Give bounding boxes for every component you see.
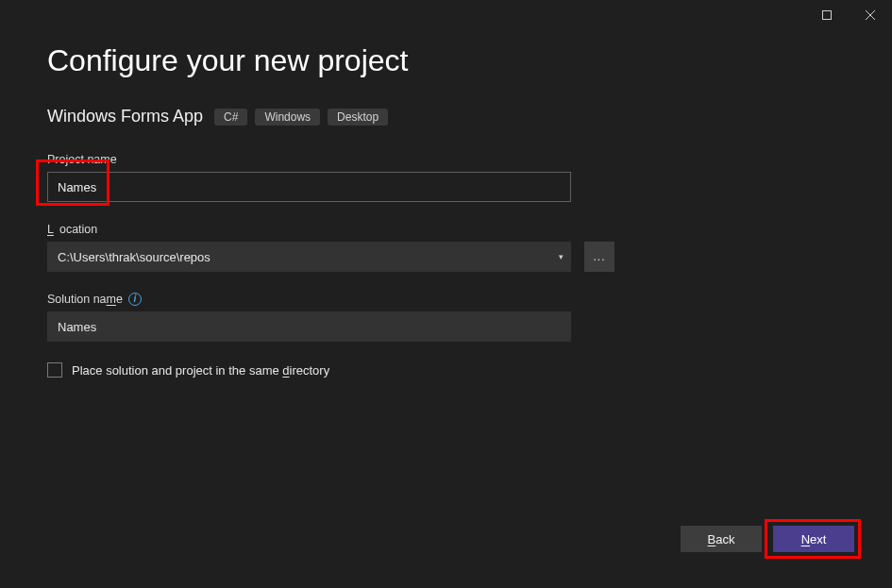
- location-label: Location: [47, 223, 845, 236]
- same-directory-checkbox[interactable]: [47, 362, 62, 378]
- location-row: ▾ ...: [47, 242, 845, 272]
- solution-name-group: Solution name i Names: [47, 293, 845, 342]
- template-tags: C# Windows Desktop: [214, 109, 388, 126]
- svg-rect-0: [823, 11, 832, 20]
- same-directory-row: Place solution and project in the same d…: [47, 362, 845, 378]
- window-maximize-button[interactable]: [805, 0, 849, 30]
- same-directory-label: Place solution and project in the same d…: [72, 363, 329, 378]
- template-tag: Windows: [255, 109, 320, 126]
- template-tag: Desktop: [328, 109, 388, 126]
- solution-name-input[interactable]: Names: [47, 311, 571, 342]
- project-name-group: Project name: [47, 153, 845, 202]
- maximize-icon: [822, 10, 832, 20]
- template-header: Windows Forms App C# Windows Desktop: [47, 107, 845, 126]
- info-icon[interactable]: i: [128, 293, 142, 306]
- window-close-button[interactable]: [849, 0, 892, 30]
- location-select[interactable]: ▾: [47, 242, 571, 272]
- location-input[interactable]: [47, 242, 571, 272]
- browse-button[interactable]: ...: [584, 242, 614, 272]
- solution-name-label: Solution name i: [47, 293, 845, 306]
- footer-buttons: Back Next: [681, 526, 854, 552]
- template-tag: C#: [214, 109, 247, 126]
- project-name-input[interactable]: [47, 172, 571, 202]
- window-titlebar: [0, 0, 892, 30]
- next-button[interactable]: Next: [773, 526, 854, 552]
- location-group: Location ▾ ...: [47, 223, 845, 272]
- close-icon: [866, 10, 875, 20]
- template-name: Windows Forms App: [47, 107, 203, 126]
- back-button[interactable]: Back: [681, 526, 762, 552]
- main-content: Configure your new project Windows Forms…: [47, 38, 845, 531]
- project-name-label: Project name: [47, 153, 845, 166]
- page-title: Configure your new project: [47, 43, 845, 78]
